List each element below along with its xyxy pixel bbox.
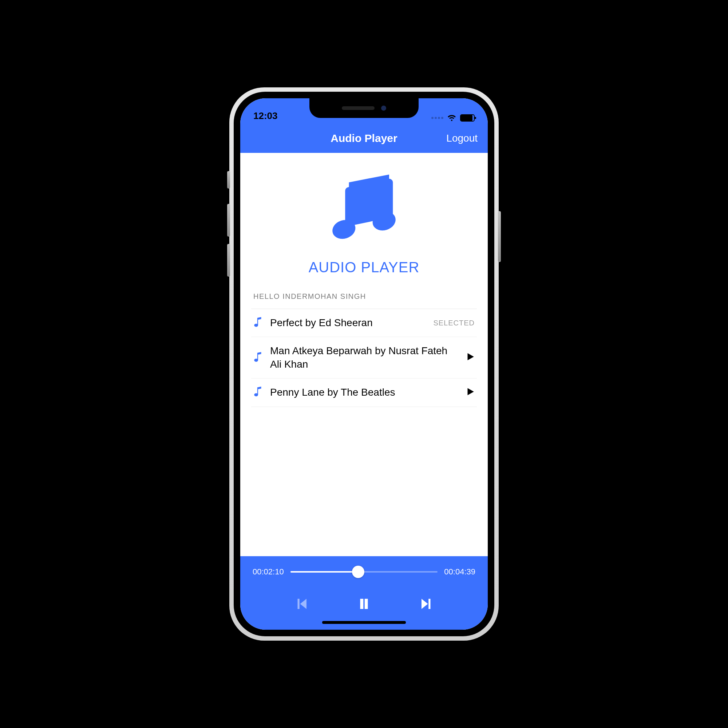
seek-slider[interactable] <box>291 571 438 573</box>
mute-switch[interactable] <box>227 171 230 188</box>
pause-button[interactable] <box>356 596 372 612</box>
volume-up-button[interactable] <box>227 204 230 237</box>
transport-controls <box>252 596 476 612</box>
wifi-icon <box>447 114 456 122</box>
track-title: Man Atkeya Beparwah by Nusrat Fateh Ali … <box>270 344 459 371</box>
play-icon[interactable] <box>465 352 475 363</box>
duration-time: 00:04:39 <box>444 567 476 577</box>
track-list: HELLO INDERMOHAN SINGH Perfect by Ed She… <box>240 275 488 407</box>
player-bar: 00:02:10 00:04:39 <box>240 556 488 630</box>
music-note-icon <box>253 386 263 399</box>
track-row[interactable]: Perfect by Ed Sheeran SELECTED <box>251 309 477 337</box>
elapsed-time: 00:02:10 <box>252 567 284 577</box>
play-icon[interactable] <box>465 387 475 398</box>
hero-title: AUDIO PLAYER <box>309 259 420 275</box>
front-camera <box>381 106 386 111</box>
progress-row: 00:02:10 00:04:39 <box>252 567 476 577</box>
screen: 12:03 Audio Player Logout <box>240 98 488 630</box>
music-note-icon <box>322 167 406 251</box>
greeting-label: HELLO INDERMOHAN SINGH <box>253 292 475 301</box>
track-title: Penny Lane by The Beatles <box>270 386 459 399</box>
track-row[interactable]: Penny Lane by The Beatles <box>251 379 477 407</box>
seek-fill <box>291 571 358 573</box>
volume-down-button[interactable] <box>227 244 230 277</box>
track-title: Perfect by Ed Sheeran <box>270 316 427 329</box>
app-logo: AUDIO PLAYER <box>309 167 420 275</box>
nav-title: Audio Player <box>330 132 397 145</box>
cell-signal-icon <box>431 117 444 119</box>
notch <box>309 98 419 118</box>
nav-bar: Audio Player Logout <box>240 124 488 153</box>
logout-button[interactable]: Logout <box>446 133 477 144</box>
track-row[interactable]: Man Atkeya Beparwah by Nusrat Fateh Ali … <box>251 337 477 379</box>
music-note-icon <box>253 317 263 329</box>
device-frame: 12:03 Audio Player Logout <box>229 87 499 641</box>
power-button[interactable] <box>498 211 501 262</box>
selected-badge: SELECTED <box>433 319 475 327</box>
main-content: AUDIO PLAYER HELLO INDERMOHAN SINGH Perf… <box>240 153 488 556</box>
seek-thumb[interactable] <box>352 566 364 578</box>
earpiece-speaker <box>342 106 375 110</box>
next-track-button[interactable] <box>419 596 434 612</box>
home-indicator[interactable] <box>322 621 406 624</box>
battery-icon <box>460 114 475 122</box>
music-note-icon <box>253 352 263 364</box>
previous-track-button[interactable] <box>294 596 309 612</box>
status-time: 12:03 <box>253 110 278 122</box>
